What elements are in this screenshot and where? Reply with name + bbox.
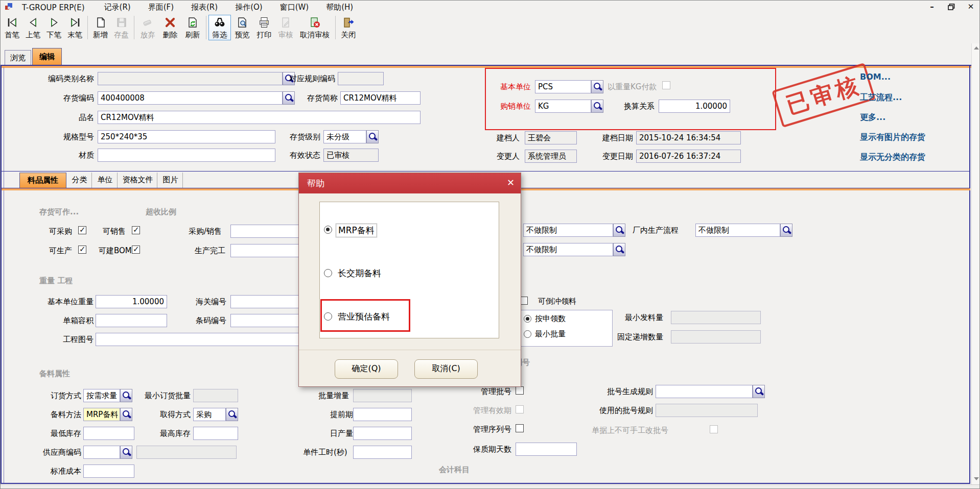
conv-ratio-field[interactable]: 1.00000 [659, 100, 730, 113]
mgmt-valid-checkbox[interactable] [516, 405, 524, 413]
lookup-icon[interactable] [226, 408, 238, 421]
option-long-lead-label[interactable]: 长交期备料 [338, 267, 381, 279]
min-batch-radio[interactable] [524, 330, 531, 338]
discard-button[interactable]: 放弃 [136, 15, 159, 40]
tab-qualification[interactable]: 资格文件 [119, 173, 157, 188]
filter-button[interactable]: 筛选 [208, 15, 231, 40]
acquire-mode-field[interactable]: 采购 [193, 408, 226, 421]
save-button[interactable]: 存盘 [111, 15, 132, 40]
can-sell-checkbox[interactable] [132, 226, 140, 234]
material-field[interactable] [98, 149, 275, 162]
drawing-no-field[interactable] [96, 333, 300, 346]
inv-code-field[interactable]: 400400008 [98, 91, 283, 105]
tab-image[interactable]: 图片 [158, 173, 183, 188]
trade-unit-field[interactable]: KG [535, 100, 591, 113]
menu-item-interface[interactable]: 界面(F) [143, 2, 179, 13]
pay-by-kg-checkbox[interactable] [662, 81, 670, 89]
code-category-field[interactable] [98, 72, 283, 85]
lookup-icon[interactable] [613, 243, 625, 256]
tab-edit[interactable]: 编辑 [32, 48, 62, 65]
batch-inc-field[interactable] [353, 389, 412, 402]
menu-item-operate[interactable]: 操作(O) [230, 2, 268, 13]
menu-item-help[interactable]: 帮助(H) [321, 2, 358, 13]
menu-item-window[interactable]: 窗口(W) [275, 2, 314, 13]
inv-level-field[interactable]: 未分级 [323, 130, 366, 143]
lookup-icon[interactable] [366, 130, 379, 143]
factory-flow-field[interactable]: 不做限制 [695, 224, 780, 237]
supplier-code-field[interactable] [83, 446, 120, 459]
unit-time-field[interactable] [353, 446, 412, 459]
link-show-with-image[interactable]: 显示有图片的存货 [860, 132, 925, 143]
fixed-inc-field[interactable] [671, 330, 761, 344]
option-long-lead-radio[interactable] [324, 269, 332, 277]
tab-units[interactable]: 单位 [93, 173, 118, 188]
close-icon[interactable]: ✕ [965, 2, 976, 12]
next-record-button[interactable]: 下笔 [43, 15, 64, 40]
no-manual-batch-checkbox[interactable] [710, 425, 718, 433]
min-stock-field[interactable] [83, 427, 134, 440]
prev-record-button[interactable]: 上笔 [22, 15, 43, 40]
menu-item-record[interactable]: 记录(R) [99, 2, 136, 13]
lookup-icon[interactable] [120, 446, 132, 459]
cancel-button[interactable]: 取消(C) [414, 359, 478, 379]
max-stock-field[interactable] [193, 427, 238, 440]
lookup-icon[interactable] [780, 224, 792, 237]
dialog-title-bar[interactable]: 帮助 [299, 173, 521, 193]
preview-button[interactable]: 预览 [231, 15, 253, 40]
shelf-days-field[interactable] [516, 443, 577, 456]
base-weight-field[interactable]: 1.00000 [96, 295, 167, 308]
refresh-button[interactable]: 刷新 [181, 15, 204, 40]
spec-field[interactable]: 250*240*35 [98, 130, 275, 143]
lookup-icon[interactable] [591, 80, 603, 93]
limit-a-field[interactable]: 不做限制 [523, 224, 613, 237]
close-window-button[interactable]: 关闭 [338, 15, 359, 40]
limit-b-field[interactable]: 不做限制 [523, 243, 613, 256]
batch-rule-field[interactable] [656, 385, 753, 398]
minimize-icon[interactable]: – [926, 2, 938, 12]
delete-button[interactable]: 删除 [159, 15, 181, 40]
order-mode-field[interactable]: 按需求量 [83, 389, 120, 402]
dialog-close-icon[interactable]: ✕ [507, 177, 515, 188]
base-unit-field[interactable]: PCS [535, 80, 591, 93]
audit-button[interactable]: 审核 [275, 15, 296, 40]
scroll-up-icon[interactable] [974, 46, 979, 50]
box-volume-field[interactable] [96, 314, 167, 327]
print-button[interactable]: 打印 [253, 15, 275, 40]
lookup-icon[interactable] [613, 224, 625, 237]
link-show-unclassified[interactable]: 显示无分类的存货 [860, 152, 925, 163]
vertical-scrollbar[interactable] [971, 43, 980, 484]
lookup-icon[interactable] [753, 385, 765, 398]
cancel-audit-button[interactable]: 取消审核 [296, 15, 333, 40]
std-cost-field[interactable] [83, 464, 134, 478]
option-mrp-radio[interactable] [324, 226, 332, 234]
mgmt-serial-checkbox[interactable] [516, 424, 524, 432]
scroll-down-icon[interactable] [974, 477, 979, 480]
lookup-icon[interactable] [283, 91, 295, 105]
can-buy-checkbox[interactable] [78, 226, 86, 234]
link-bom[interactable]: BOM... [860, 72, 891, 82]
daily-output-field[interactable] [353, 427, 412, 440]
by-request-radio[interactable] [524, 315, 531, 323]
lookup-icon[interactable] [591, 100, 603, 113]
tab-item-attributes[interactable]: 料品属性 [19, 173, 66, 188]
prep-method-field[interactable]: MRP备料 [83, 408, 120, 421]
mgmt-batch-checkbox[interactable] [516, 386, 524, 395]
option-mrp-label[interactable]: MRP备料 [336, 224, 377, 237]
restore-icon[interactable] [946, 2, 957, 12]
link-process-flow[interactable]: 工艺流程... [860, 92, 902, 103]
lookup-icon[interactable] [120, 389, 132, 402]
first-record-button[interactable]: 首笔 [2, 15, 22, 40]
rule-code-field[interactable] [338, 72, 384, 85]
link-more[interactable]: 更多... [860, 112, 885, 123]
min-issue-field[interactable] [671, 311, 761, 324]
menu-app-title[interactable]: T-GROUP ERP(E) [17, 2, 90, 13]
tab-classification[interactable]: 分类 [67, 173, 92, 188]
min-order-field[interactable] [193, 389, 238, 402]
can-bom-checkbox[interactable] [132, 246, 140, 254]
ok-button[interactable]: 确定(Q) [335, 359, 398, 379]
prod-name-field[interactable]: CR12MOV精料 [98, 111, 421, 124]
can-make-checkbox[interactable] [78, 246, 86, 254]
menu-item-report[interactable]: 报表(R) [186, 2, 223, 13]
inv-short-field[interactable]: CR12MOV精料 [340, 91, 421, 105]
last-record-button[interactable]: 末笔 [64, 15, 85, 40]
